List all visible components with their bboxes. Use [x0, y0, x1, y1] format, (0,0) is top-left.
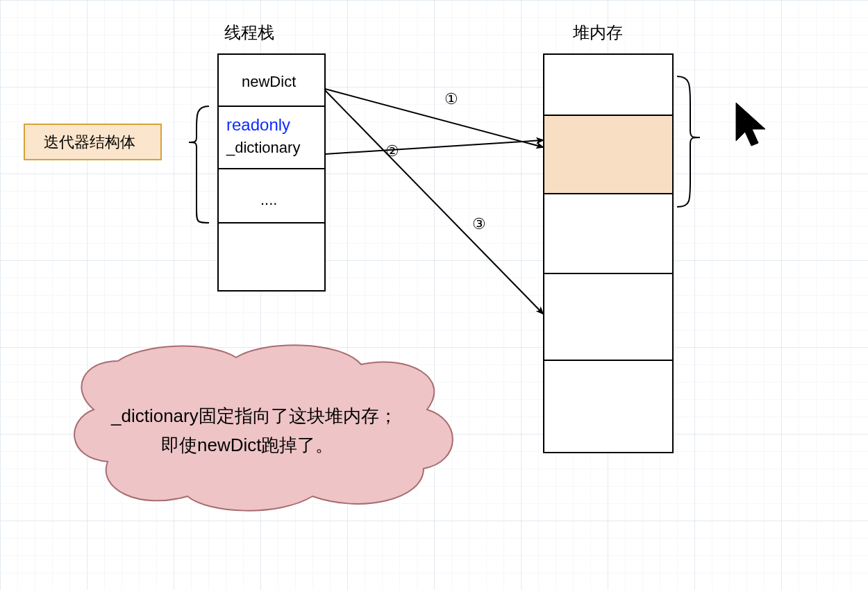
svg-rect-4 [218, 223, 325, 291]
heap-heading: 堆内存 [572, 23, 623, 42]
iterator-label: 迭代器结构体 [24, 124, 161, 160]
arrow-1-label: ① [444, 90, 458, 108]
stack-cell-ellipsis: .... [260, 191, 277, 208]
cloud-line-2: 即使newDict跑掉了。 [161, 435, 333, 455]
heap-column [544, 54, 673, 453]
grid-background [0, 0, 868, 590]
cloud-note: _dictionary固定指向了这块堆内存； 即使newDict跑掉了。 [74, 345, 453, 510]
arrow-2-label: ② [385, 142, 399, 160]
stack-heading: 线程栈 [224, 23, 274, 42]
arrow-3-label: ③ [472, 215, 486, 233]
stack-cell-dictionary: _dictionary [226, 139, 300, 156]
stack-cell-readonly: readonly [226, 115, 290, 134]
heap-cell-highlight [544, 115, 673, 194]
diagram-canvas: 线程栈 堆内存 newDict readonly _dictionary ...… [0, 0, 868, 590]
svg-rect-6 [544, 194, 673, 273]
iterator-label-text: 迭代器结构体 [44, 133, 135, 151]
svg-rect-8 [544, 360, 673, 453]
stack-cell-0: newDict [242, 73, 296, 90]
stack-column: newDict readonly _dictionary .... [218, 54, 325, 291]
svg-rect-5 [544, 54, 673, 115]
svg-rect-7 [544, 273, 673, 360]
cloud-line-1: _dictionary固定指向了这块堆内存； [110, 405, 397, 426]
